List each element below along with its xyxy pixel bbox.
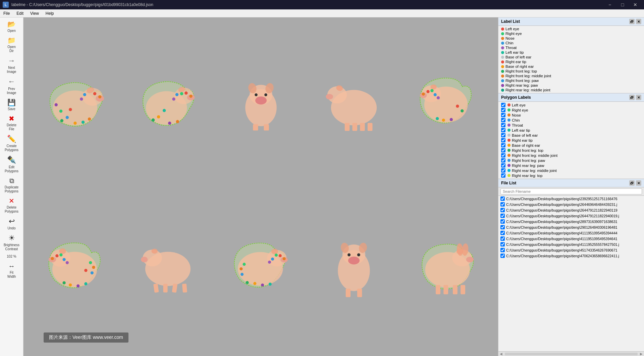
polygon-item[interactable]: Chin	[498, 118, 644, 123]
fit-width-button[interactable]: ↔ Fit Width	[2, 261, 22, 280]
label-item[interactable]: Nose	[498, 36, 644, 41]
label-item[interactable]: Right eye	[498, 31, 644, 36]
svg-point-51	[426, 90, 429, 93]
save-button[interactable]: 💾 Save	[2, 97, 22, 113]
polygon-item[interactable]: Right front leg: paw	[498, 158, 644, 163]
polygon-item[interactable]: Base of right ear	[498, 143, 644, 148]
label-item[interactable]: Right front leg: top	[498, 69, 644, 74]
pig-cell-9[interactable]	[309, 188, 398, 349]
label-item[interactable]: Right ear tip	[498, 59, 644, 64]
delete-file-button[interactable]: ✖ Delete File	[2, 113, 22, 133]
create-polygons-button[interactable]: ✏️ Create Polygons	[2, 133, 22, 153]
save-label: Save	[8, 107, 15, 111]
pig-cell-5[interactable]	[402, 24, 491, 185]
pig-svg-6	[42, 238, 108, 300]
undo-button[interactable]: ↩ Undo	[2, 216, 22, 232]
pig-cell-3[interactable]	[216, 24, 306, 185]
menu-help[interactable]: Help	[42, 9, 57, 17]
svg-point-99	[261, 283, 264, 286]
polygon-item[interactable]: Left eye	[498, 102, 644, 107]
label-item[interactable]: Left ear tip	[498, 50, 644, 55]
label-item[interactable]: Right rear leg: paw	[498, 83, 644, 88]
polygon-labels-header: Polygon Labels 🗗 ✕	[498, 93, 644, 102]
pig-cell-10[interactable]	[402, 188, 491, 349]
file-item[interactable]: C:/Users/Chengguo/Desktop/bugger/pigs/de…	[498, 247, 644, 253]
polygon-item[interactable]: Right front leg: top	[498, 148, 644, 153]
svg-point-15	[54, 103, 57, 106]
pig-cell-8[interactable]	[216, 188, 306, 349]
duplicate-polygons-button[interactable]: ⧉ Duplicate Polygons	[2, 175, 22, 195]
svg-point-22	[189, 94, 192, 97]
pig-cell-1[interactable]	[30, 24, 120, 185]
file-item[interactable]: C:/Users/Chengguo/Desktop/bugger/pigs/de…	[498, 253, 644, 259]
polygon-item[interactable]: Right eye	[498, 107, 644, 113]
polygon-item[interactable]: Right front leg: middle joint	[498, 153, 644, 158]
label-item[interactable]: Base of left ear	[498, 55, 644, 59]
duplicate-polygons-label: Duplicate Polygons	[5, 185, 19, 193]
svg-point-77	[63, 281, 66, 284]
label-list-close-button[interactable]: ✕	[636, 19, 641, 24]
svg-rect-37	[253, 124, 258, 130]
label-item[interactable]: Throat	[498, 45, 644, 50]
menu-file[interactable]: File	[0, 9, 13, 17]
file-item[interactable]: C:/Users/Chengguo/Desktop/bugger/pigs/de…	[498, 241, 644, 247]
menu-view[interactable]: View	[27, 9, 42, 17]
delete-polygons-button[interactable]: ✕ Delete Polygons	[2, 195, 22, 215]
polygon-item[interactable]: Right rear leg: middle joint	[498, 168, 644, 173]
maximize-button[interactable]: □	[616, 0, 629, 9]
polygon-item[interactable]: Base of left ear	[498, 133, 644, 138]
label-item[interactable]: Right rear leg: middle joint	[498, 88, 644, 92]
svg-point-53	[422, 92, 425, 95]
open-dir-button[interactable]: 📁 Open Dir	[2, 35, 22, 54]
open-button[interactable]: 📂 Open	[2, 19, 22, 34]
file-item[interactable]: C:/Users/Chengguo/Desktop/bugger/pigs/de…	[498, 202, 644, 207]
pig-cell-7[interactable]	[123, 188, 213, 349]
file-list-restore-button[interactable]: 🗗	[629, 180, 635, 186]
polygon-item[interactable]: Right ear tip	[498, 138, 644, 143]
file-item[interactable]: C:/Users/Chengguo/Desktop/bugger/pigs/de…	[498, 219, 644, 224]
label-list-restore-button[interactable]: 🗗	[629, 19, 635, 24]
file-search-input[interactable]	[500, 188, 642, 194]
polygon-labels-restore-button[interactable]: 🗗	[629, 95, 635, 100]
file-item[interactable]: C:/Users/Chengguo/Desktop/bugger/pigs/de…	[498, 196, 644, 202]
brightness-contrast-button[interactable]: ☀ Brightness Contrast	[2, 232, 22, 253]
polygon-item[interactable]: Right rear leg: top	[498, 173, 644, 178]
pig-cell-6[interactable]	[30, 188, 120, 349]
file-list-close-button[interactable]: ✕	[636, 180, 641, 186]
edit-polygons-button[interactable]: ✒️ Edit Polygons	[2, 154, 22, 174]
polygon-item[interactable]: Left ear tip	[498, 128, 644, 133]
label-item[interactable]: Chin	[498, 41, 644, 45]
svg-point-65	[55, 254, 58, 257]
polygon-item[interactable]: Throat	[498, 123, 644, 128]
label-item[interactable]: Base of right ear	[498, 64, 644, 69]
menu-edit[interactable]: Edit	[13, 9, 27, 17]
label-item[interactable]: Right front leg: middle joint	[498, 74, 644, 78]
polygon-labels-close-button[interactable]: ✕	[636, 95, 641, 100]
polygon-item[interactable]: Nose	[498, 113, 644, 118]
svg-point-6	[83, 93, 86, 96]
duplicate-polygons-icon: ⧉	[9, 177, 14, 185]
brightness-icon: ☀	[8, 234, 15, 242]
next-image-button[interactable]: → Next Image	[2, 55, 22, 75]
svg-rect-38	[264, 124, 269, 130]
svg-point-11	[73, 122, 76, 125]
svg-point-92	[282, 257, 285, 260]
canvas-area[interactable]: 图片来源：Veer图库 www.veer.com	[23, 17, 498, 356]
file-list-hscroll[interactable]: ◀ ▶	[498, 351, 644, 356]
pig-cell-4[interactable]	[309, 24, 398, 185]
polygon-item[interactable]: Right rear leg: paw	[498, 163, 644, 168]
pig-svg-9	[324, 235, 384, 303]
file-item[interactable]: C:/Users/Chengguo/Desktop/bugger/pigs/de…	[498, 224, 644, 230]
prev-image-button[interactable]: ← Prev Image	[2, 76, 22, 96]
file-item[interactable]: C:/Users/Chengguo/Desktop/bugger/pigs/de…	[498, 236, 644, 241]
file-item[interactable]: C:/Users/Chengguo/Desktop/bugger/pigs/de…	[498, 213, 644, 219]
pig-cell-2[interactable]	[123, 24, 213, 185]
svg-rect-119	[453, 285, 458, 295]
file-item[interactable]: C:/Users/Chengguo/Desktop/bugger/pigs/de…	[498, 230, 644, 236]
label-item[interactable]: Right front leg: paw	[498, 78, 644, 83]
close-button[interactable]: ✕	[629, 0, 641, 9]
label-item[interactable]: Left eye	[498, 27, 644, 31]
minimize-button[interactable]: −	[604, 0, 616, 9]
file-item[interactable]: C:/Users/Chengguo/Desktop/bugger/pigs/de…	[498, 207, 644, 213]
svg-point-72	[91, 271, 94, 274]
